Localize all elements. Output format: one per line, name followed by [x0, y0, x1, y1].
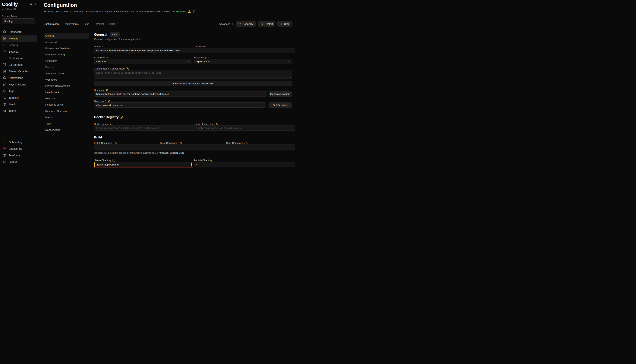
sidebar: Coolify v4.0.0-beta.399 Current Team Hos…	[0, 0, 38, 169]
build-pack-select[interactable]: Nixpacks	[94, 59, 192, 64]
sidebar-item-label: Logout	[9, 160, 17, 164]
framework-docs-link[interactable]: Framework Specific Docs	[157, 152, 184, 154]
users-icon	[3, 109, 6, 112]
chevron-down-icon	[31, 20, 33, 22]
main-content: Configuration illicitonion quote server …	[38, 0, 295, 169]
required-marker: *	[208, 56, 209, 59]
sidebar-item-profile[interactable]: Profile	[1, 101, 38, 108]
sun-theme-icon[interactable]	[30, 3, 33, 6]
section-subtitle: General configuration for your applicati…	[94, 38, 292, 40]
required-marker: *	[213, 159, 214, 162]
tab-logs[interactable]: Logs	[84, 22, 89, 25]
heart-icon	[3, 147, 6, 150]
save-button[interactable]: Save	[110, 32, 120, 37]
sidebar-item-sources[interactable]: Sources	[1, 48, 38, 55]
subnav-preview-deployments[interactable]: Preview Deployments	[44, 83, 89, 89]
tab-deployments[interactable]: Deployments	[64, 22, 79, 25]
sidebar-item-sponsor-us[interactable]: Sponsor us	[1, 145, 38, 152]
breadcrumb-environment[interactable]: production	[73, 10, 84, 13]
subnav-general[interactable]: General	[44, 33, 89, 39]
server-icon	[3, 43, 6, 47]
subnav-git-source[interactable]: Git Source	[44, 58, 89, 64]
sidebar-item-logout[interactable]: Logout	[1, 158, 38, 165]
layers-icon	[3, 37, 6, 40]
sidebar-item-label: Dashboard	[9, 30, 22, 34]
sidebar-item-feedback[interactable]: Feedback	[1, 152, 38, 158]
publish-directory-input[interactable]	[194, 162, 295, 167]
tag-icon	[3, 89, 6, 93]
subnav-scheduled-tasks[interactable]: Scheduled Tasks	[44, 70, 89, 76]
generate-nginx-button[interactable]: Generate Default Nginx Configuration	[94, 81, 292, 86]
set-direction-button[interactable]: Set Direction	[269, 102, 292, 108]
map-icon	[3, 56, 6, 60]
subnav-advanced[interactable]: Advanced	[44, 39, 89, 45]
sidebar-item-projects[interactable]: Projects	[1, 35, 38, 42]
static-image-select[interactable]: nginx:alpine	[194, 59, 292, 64]
team-select[interactable]: Hosting	[2, 18, 35, 24]
base-directory-label: Base Directory i	[95, 159, 191, 162]
sidebar-item-onboarding[interactable]: Onboarding	[1, 139, 38, 145]
sidebar-item-s3-storages[interactable]: S3 Storages	[1, 62, 38, 68]
info-icon: i	[120, 116, 123, 119]
chevron-down-icon	[187, 60, 190, 63]
subnav-resource-limits[interactable]: Resource Limits	[44, 102, 89, 108]
custom-nginx-wrapper	[94, 70, 292, 79]
generate-domain-button[interactable]: Generate Domain	[269, 91, 292, 97]
sidebar-item-servers[interactable]: Servers	[1, 42, 38, 48]
sidebar-item-label: Sources	[9, 50, 18, 53]
direction-select[interactable]: Allow www & non-www.	[94, 102, 266, 108]
subnav-webhooks[interactable]: Webhooks	[44, 77, 89, 83]
sidebar-item-label: Sponsor us	[9, 147, 22, 150]
custom-nginx-textarea[interactable]	[94, 70, 292, 79]
subnav-environment-variables[interactable]: Environment Variables	[44, 45, 89, 52]
subnav-metrics[interactable]: Metrics	[44, 114, 89, 120]
settings-subnav: General Advanced Environment Variables P…	[44, 33, 89, 133]
docker-image-tag-input[interactable]	[194, 125, 295, 130]
required-marker: *	[102, 45, 103, 48]
domains-input[interactable]	[94, 91, 267, 96]
info-icon: i	[112, 159, 115, 162]
sidebar-item-label: Destinations	[9, 57, 23, 60]
page-title: Configuration	[44, 2, 77, 8]
subnav-rollback[interactable]: Rollback	[44, 96, 89, 102]
sidebar-item-keys-tokens[interactable]: Keys & Tokens	[1, 81, 38, 88]
key-icon	[3, 83, 6, 86]
tab-configuration[interactable]: Configuration	[44, 22, 59, 25]
resize-handle[interactable]	[290, 76, 291, 78]
subnav-servers[interactable]: Servers	[44, 64, 89, 70]
sidebar-item-terminal[interactable]: Terminal	[1, 94, 38, 101]
current-team-label: Current Team	[2, 15, 17, 18]
sidebar-item-dashboard[interactable]: Dashboard	[1, 28, 38, 35]
sidebar-item-label: Teams	[9, 109, 16, 112]
updown-chevrons-icon[interactable]	[34, 3, 37, 6]
subnav-persistent-storage[interactable]: Persistent Storage	[44, 52, 89, 58]
build-heading: Build	[94, 136, 292, 139]
docker-image-tag-label: Docker Image Tag i	[194, 123, 292, 126]
base-directory-input[interactable]	[94, 162, 192, 167]
name-label: Name*	[94, 45, 192, 48]
sidebar-item-shared-variables[interactable]: (x) Shared Variables	[1, 68, 38, 74]
breadcrumb-separator: ›	[86, 10, 87, 13]
sidebar-item-teams[interactable]: Teams	[1, 108, 38, 114]
bell-icon	[3, 76, 6, 80]
sidebar-item-destinations[interactable]: Destinations	[1, 55, 38, 62]
build-pack-label: Build Pack*	[94, 56, 192, 59]
subnav-tags[interactable]: Tags	[44, 120, 89, 126]
subnav-resource-operations[interactable]: Resource Operations	[44, 108, 89, 114]
section-heading-general: General	[94, 32, 107, 37]
sidebar-item-tags[interactable]: Tags	[1, 88, 38, 94]
description-input[interactable]	[194, 48, 295, 53]
team-select-value: Hosting	[4, 20, 13, 23]
git-source-icon	[3, 50, 6, 53]
breadcrumb-project[interactable]: illicitonion quote server	[44, 10, 68, 13]
custom-nginx-label: Custom Nginx Configuration i	[94, 67, 292, 70]
subnav-danger-zone[interactable]: Danger Zone	[44, 127, 89, 133]
docker-image-label: Docker Image i	[94, 123, 192, 126]
sidebar-item-label: Profile	[9, 103, 16, 106]
sidebar-item-notifications[interactable]: Notifications	[1, 74, 38, 81]
sidebar-item-label: Onboarding	[9, 141, 22, 144]
start-command-input[interactable]	[226, 144, 295, 150]
subnav-healthcheck[interactable]: Healthcheck	[44, 89, 89, 96]
sidebar-item-label: Keys & Tokens	[9, 83, 26, 86]
checklist-icon	[3, 140, 6, 144]
